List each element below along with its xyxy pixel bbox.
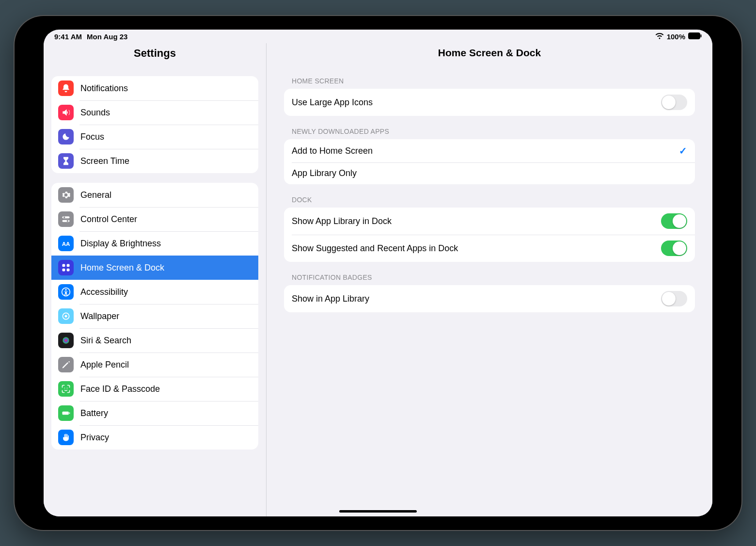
sidebar-item-label: Focus bbox=[80, 132, 104, 142]
sidebar-item-label: Privacy bbox=[80, 433, 109, 443]
sidebar-item-siri-search[interactable]: Siri & Search bbox=[51, 328, 258, 353]
section-notification-badges: Show in App Library bbox=[284, 285, 695, 312]
svg-point-14 bbox=[65, 315, 67, 318]
sidebar-group-1: Notifications Sounds Focus bbox=[51, 76, 258, 173]
svg-point-17 bbox=[67, 388, 68, 389]
pencil-icon bbox=[58, 357, 74, 372]
status-date: Mon Aug 23 bbox=[87, 32, 127, 41]
grid-icon bbox=[58, 260, 74, 275]
svg-point-16 bbox=[64, 388, 65, 389]
row-add-to-home-screen[interactable]: Add to Home Screen ✓ bbox=[284, 139, 695, 162]
sidebar-group-2: General Control Center AA D bbox=[51, 183, 258, 450]
svg-rect-9 bbox=[63, 269, 65, 272]
sidebar-item-label: Screen Time bbox=[80, 156, 129, 166]
moon-icon bbox=[58, 129, 74, 145]
sidebar-item-label: Siri & Search bbox=[80, 336, 131, 346]
toggle-show-app-library-in-dock[interactable] bbox=[661, 213, 687, 229]
sidebar-item-label: Control Center bbox=[80, 214, 137, 225]
row-show-suggested-recent-in-dock[interactable]: Show Suggested and Recent Apps in Dock bbox=[284, 235, 695, 262]
svg-rect-0 bbox=[689, 32, 700, 39]
row-label: Show Suggested and Recent Apps in Dock bbox=[292, 243, 458, 254]
sidebar-item-control-center[interactable]: Control Center bbox=[51, 207, 258, 231]
svg-rect-10 bbox=[67, 269, 70, 272]
sidebar-item-label: Wallpaper bbox=[80, 311, 119, 321]
status-battery-pct: 100% bbox=[667, 32, 685, 41]
battery-icon bbox=[58, 405, 74, 421]
sidebar-item-label: Sounds bbox=[80, 108, 110, 118]
svg-rect-7 bbox=[63, 264, 65, 267]
accessibility-icon bbox=[58, 284, 74, 300]
row-label: Show in App Library bbox=[292, 294, 369, 304]
wallpaper-icon bbox=[58, 308, 74, 324]
section-header-dock: DOCK bbox=[284, 184, 695, 208]
sidebar-item-privacy[interactable]: Privacy bbox=[51, 425, 258, 450]
row-show-app-library-in-dock[interactable]: Show App Library in Dock bbox=[284, 208, 695, 235]
svg-point-12 bbox=[65, 289, 66, 290]
row-use-large-app-icons[interactable]: Use Large App Icons bbox=[284, 89, 695, 116]
sidebar-item-label: Display & Brightness bbox=[80, 239, 161, 249]
row-show-in-app-library[interactable]: Show in App Library bbox=[284, 285, 695, 312]
toggle-use-large-app-icons[interactable] bbox=[661, 95, 687, 110]
sidebar-title: Settings bbox=[44, 47, 266, 60]
home-indicator[interactable] bbox=[339, 510, 417, 513]
screen: 9:41 AM Mon Aug 23 100% Settings bbox=[44, 30, 712, 516]
sidebar-item-display-brightness[interactable]: AA Display & Brightness bbox=[51, 231, 258, 256]
sidebar-item-screen-time[interactable]: Screen Time bbox=[51, 149, 258, 173]
section-home-screen: Use Large App Icons bbox=[284, 89, 695, 116]
section-header-newly-downloaded: NEWLY DOWNLOADED APPS bbox=[284, 116, 695, 139]
svg-text:AA: AA bbox=[62, 241, 70, 247]
svg-rect-1 bbox=[701, 34, 702, 37]
svg-rect-19 bbox=[69, 412, 70, 414]
sidebar-item-accessibility[interactable]: Accessibility bbox=[51, 280, 258, 304]
settings-sidebar: Settings Notifications bbox=[44, 43, 267, 516]
text-size-icon: AA bbox=[58, 236, 74, 251]
svg-rect-18 bbox=[63, 412, 69, 415]
ipad-device-frame: 9:41 AM Mon Aug 23 100% Settings bbox=[15, 16, 741, 530]
toggle-show-in-app-library[interactable] bbox=[661, 291, 687, 306]
row-label: Use Large App Icons bbox=[292, 97, 373, 108]
svg-point-5 bbox=[67, 220, 68, 222]
svg-point-4 bbox=[63, 217, 65, 218]
sidebar-item-faceid-passcode[interactable]: Face ID & Passcode bbox=[51, 377, 258, 401]
detail-pane: Home Screen & Dock HOME SCREEN Use Large… bbox=[267, 43, 712, 516]
toggle-show-suggested-recent-in-dock[interactable] bbox=[661, 241, 687, 256]
sidebar-item-label: General bbox=[80, 190, 111, 200]
sidebar-item-notifications[interactable]: Notifications bbox=[51, 76, 258, 100]
sidebar-item-label: Apple Pencil bbox=[80, 360, 129, 370]
siri-icon bbox=[58, 333, 74, 348]
sidebar-item-sounds[interactable]: Sounds bbox=[51, 100, 258, 125]
speaker-icon bbox=[58, 105, 74, 120]
gear-icon bbox=[58, 187, 74, 203]
status-time: 9:41 AM bbox=[54, 32, 82, 41]
sidebar-item-label: Accessibility bbox=[80, 287, 128, 297]
sidebar-item-apple-pencil[interactable]: Apple Pencil bbox=[51, 353, 258, 377]
checkmark-icon: ✓ bbox=[679, 145, 687, 157]
section-header-home-screen: HOME SCREEN bbox=[284, 65, 695, 89]
hand-icon bbox=[58, 430, 74, 445]
section-newly-downloaded: Add to Home Screen ✓ App Library Only bbox=[284, 139, 695, 184]
row-label: App Library Only bbox=[292, 168, 357, 178]
svg-point-15 bbox=[63, 337, 69, 343]
detail-title: Home Screen & Dock bbox=[267, 43, 712, 65]
sidebar-item-battery[interactable]: Battery bbox=[51, 401, 258, 425]
battery-icon bbox=[688, 32, 702, 41]
svg-rect-2 bbox=[63, 216, 70, 218]
sidebar-item-home-screen-dock[interactable]: Home Screen & Dock bbox=[51, 256, 258, 280]
section-header-notification-badges: NOTIFICATION BADGES bbox=[284, 262, 695, 285]
switches-icon bbox=[58, 211, 74, 227]
row-app-library-only[interactable]: App Library Only bbox=[284, 162, 695, 184]
sidebar-item-general[interactable]: General bbox=[51, 183, 258, 207]
wifi-icon bbox=[655, 32, 664, 41]
section-dock: Show App Library in Dock Show Suggested … bbox=[284, 208, 695, 262]
sidebar-item-label: Battery bbox=[80, 408, 108, 418]
sidebar-item-label: Home Screen & Dock bbox=[80, 263, 164, 273]
row-label: Add to Home Screen bbox=[292, 146, 373, 156]
bell-icon bbox=[58, 80, 74, 96]
sidebar-item-focus[interactable]: Focus bbox=[51, 125, 258, 149]
sidebar-item-label: Notifications bbox=[80, 83, 128, 94]
row-label: Show App Library in Dock bbox=[292, 216, 392, 226]
sidebar-item-label: Face ID & Passcode bbox=[80, 384, 160, 394]
svg-rect-3 bbox=[63, 220, 70, 222]
status-bar: 9:41 AM Mon Aug 23 100% bbox=[44, 30, 712, 43]
sidebar-item-wallpaper[interactable]: Wallpaper bbox=[51, 304, 258, 328]
